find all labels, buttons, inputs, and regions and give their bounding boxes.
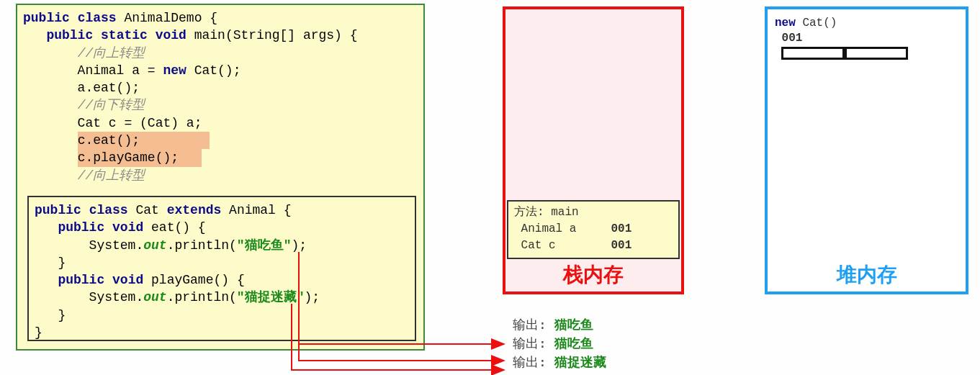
println-pre-2: System. <box>35 290 143 304</box>
stack-frame-main: 方法: main Animal a 001 Cat c 001 <box>507 200 680 259</box>
code-animal-demo: public class AnimalDemo { public static … <box>17 5 423 189</box>
heap-object-cat: new Cat() 001 <box>775 16 837 46</box>
line-cast: Cat c = (Cat) a; <box>23 116 202 130</box>
comment-upcast-2: //向上转型 <box>78 168 145 183</box>
kw-class: class <box>78 11 117 25</box>
play-sig: playGame() { <box>151 273 245 287</box>
stack-label: 栈内存 <box>503 261 684 289</box>
highlight-c-play: c.playGame(); <box>78 149 202 166</box>
out-lbl-3: 输出: <box>513 354 554 369</box>
var-animal-a: Animal a <box>514 222 611 235</box>
console-output: 输出: 猫吃鱼 输出: 猫吃鱼 输出: 猫捉迷藏 <box>513 315 606 371</box>
line-new-b: Cat(); <box>186 63 241 78</box>
out-val-3: 猫捉迷藏 <box>554 354 606 369</box>
code-panel-inner: public class Cat extends Animal { public… <box>27 196 416 341</box>
heap-cell-2 <box>845 47 908 60</box>
addr-c: 001 <box>611 239 631 252</box>
out-ref-1: out <box>143 238 166 253</box>
code-cat-class: public class Cat extends Animal { public… <box>29 197 415 345</box>
kw-new: new <box>163 63 186 78</box>
kw-public: public <box>58 220 104 235</box>
kw-static: static <box>101 28 148 42</box>
out-val-1: 猫吃鱼 <box>554 317 593 332</box>
super-name: Animal { <box>221 203 291 217</box>
highlight-c-eat: c.eat(); <box>78 132 210 149</box>
comment-upcast-1: //向上转型 <box>78 46 145 60</box>
kw-void: void <box>112 220 143 235</box>
class-name: AnimalDemo { <box>124 11 217 25</box>
kw-public: public <box>23 11 70 25</box>
out-ref-2: out <box>143 290 166 304</box>
kw-class: class <box>89 203 128 217</box>
var-cat-c: Cat c <box>514 239 611 252</box>
kw-public: public <box>58 273 104 287</box>
kw-public: public <box>46 28 93 42</box>
addr-a: 001 <box>611 222 631 235</box>
heap-addr: 001 <box>775 32 802 45</box>
kw-new-heap: new <box>775 17 796 30</box>
heap-cells <box>781 47 912 61</box>
line-c-eat: c.eat(); <box>78 133 140 148</box>
cat-name: Cat <box>135 203 166 217</box>
println-post-2: .println( <box>167 290 237 304</box>
str-hide: "猫捉迷藏" <box>237 290 305 304</box>
out-lbl-1: 输出: <box>513 317 554 332</box>
heap-new-expr: Cat() <box>796 17 837 30</box>
line-c-play: c.playGame(); <box>78 150 179 165</box>
kw-public: public <box>35 203 81 217</box>
str-fish: "猫吃鱼" <box>237 238 292 253</box>
line-new-a: Animal a = <box>23 63 163 78</box>
kw-extends: extends <box>167 203 222 217</box>
kw-void: void <box>112 273 143 287</box>
heap-label: 堆内存 <box>765 261 968 289</box>
line-a-eat: a.eat(); <box>23 81 140 95</box>
comment-downcast: //向下转型 <box>78 98 145 112</box>
heap-cell-1 <box>781 47 845 60</box>
frame-title: 方法: main <box>514 206 579 219</box>
println-post-1: .println( <box>167 238 237 253</box>
println-pre-1: System. <box>35 238 143 253</box>
eat-sig: eat() { <box>151 220 206 235</box>
kw-void: void <box>156 28 186 42</box>
out-val-2: 猫吃鱼 <box>554 335 593 351</box>
out-lbl-2: 输出: <box>513 335 554 351</box>
main-sig: main(String[] args) { <box>194 28 358 42</box>
